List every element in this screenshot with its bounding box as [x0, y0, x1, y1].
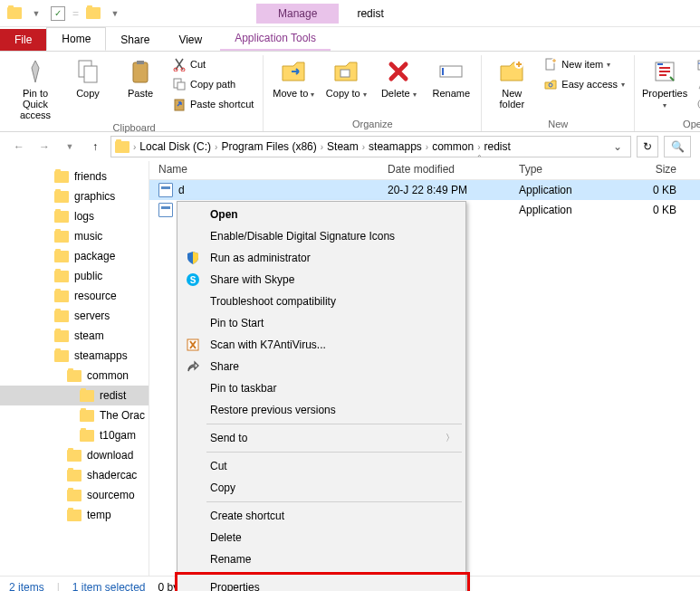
- tree-item-sourcemo[interactable]: sourcemo: [0, 485, 149, 505]
- tree-item-t10gam[interactable]: t10gam: [0, 425, 149, 445]
- paste-button[interactable]: Paste: [116, 55, 165, 100]
- column-size[interactable]: Size: [629, 163, 684, 176]
- navigation-tree[interactable]: friendsgraphicslogsmusicpackagepublicres…: [0, 161, 149, 576]
- ctx-share[interactable]: Share: [179, 356, 464, 377]
- column-type[interactable]: Type: [512, 163, 629, 176]
- ribbon: Pin to Quick access Copy Paste Cut Copy …: [0, 51, 700, 132]
- tree-item-common[interactable]: common: [0, 366, 149, 386]
- column-name[interactable]: Name: [149, 163, 380, 176]
- tree-item-friends[interactable]: friends: [0, 167, 149, 186]
- ctx-copy[interactable]: Copy: [179, 477, 464, 499]
- ctx-rename[interactable]: Rename: [179, 548, 464, 570]
- ctx-delete[interactable]: Delete: [179, 527, 464, 548]
- tree-item-label: music: [74, 230, 102, 243]
- file-size: 0 KB: [629, 184, 684, 196]
- edit-button[interactable]: Edit: [693, 75, 700, 93]
- context-menu: Open Enable/Disable Digital Signature Ic…: [177, 201, 466, 591]
- tree-item-shadercac[interactable]: shadercac: [0, 465, 149, 485]
- tree-item-temp[interactable]: temp: [0, 505, 149, 525]
- tree-item-steam[interactable]: steam: [0, 326, 149, 346]
- ctx-restore[interactable]: Restore previous versions: [179, 399, 464, 421]
- crumb-1[interactable]: Program Files (x86): [219, 140, 318, 153]
- folder-icon: [54, 231, 69, 243]
- tree-item-servers[interactable]: servers: [0, 306, 149, 326]
- file-date: 20-J 22 8:49 PM: [380, 184, 512, 196]
- tree-item-package[interactable]: package: [0, 246, 149, 266]
- ctx-k7-scan[interactable]: Scan with K7AntiVirus...: [179, 334, 464, 356]
- crumb-3[interactable]: steamapps: [367, 140, 424, 153]
- crumb-2[interactable]: Steam: [325, 140, 360, 153]
- tree-item-music[interactable]: music: [0, 226, 149, 246]
- ctx-properties[interactable]: Properties: [179, 577, 464, 591]
- folder-icon: [67, 490, 82, 501]
- tree-item-label: servers: [74, 310, 110, 322]
- address-dropdown[interactable]: ⌄: [609, 140, 627, 153]
- column-date[interactable]: Date modified: [380, 163, 512, 176]
- tree-item-public[interactable]: public: [0, 266, 149, 286]
- qat-checkbox-icon[interactable]: ✓: [51, 6, 65, 21]
- tab-view[interactable]: View: [164, 29, 216, 51]
- tree-item-steamapps[interactable]: steamapps: [0, 346, 149, 366]
- tree-item-redist[interactable]: redist: [0, 386, 149, 405]
- ctx-digital-signature[interactable]: Enable/Disable Digital Signature Icons: [179, 225, 464, 247]
- back-button[interactable]: ←: [9, 137, 29, 157]
- ctx-separator: [206, 452, 462, 453]
- history-button[interactable]: History: [693, 95, 700, 113]
- tree-item-label: package: [74, 250, 115, 262]
- new-item-button[interactable]: New item ▾: [540, 55, 628, 73]
- paste-shortcut-button[interactable]: Paste shortcut: [168, 95, 257, 113]
- copy-to-button[interactable]: Copy to ▾: [321, 55, 370, 102]
- ctx-separator: [206, 501, 462, 502]
- ctx-troubleshoot[interactable]: Troubleshoot compatibility: [179, 291, 464, 312]
- tab-file[interactable]: File: [0, 29, 46, 51]
- new-folder-button[interactable]: New folder: [487, 55, 536, 111]
- ctx-open[interactable]: Open: [179, 204, 464, 225]
- ctx-share-skype[interactable]: SShare with Skype: [179, 269, 464, 291]
- cut-button[interactable]: Cut: [168, 55, 257, 73]
- move-to-button[interactable]: Move to ▾: [269, 55, 318, 102]
- forward-button[interactable]: →: [34, 137, 54, 157]
- paste-shortcut-icon: [172, 97, 187, 111]
- tree-item-label: shadercac: [87, 469, 137, 481]
- folder-icon: [67, 510, 82, 521]
- crumb-0[interactable]: Local Disk (C:): [138, 140, 213, 153]
- tree-item-download[interactable]: download: [0, 445, 149, 465]
- tab-home[interactable]: Home: [46, 27, 106, 51]
- copy-path-button[interactable]: Copy path: [168, 75, 257, 93]
- qat-dropdown-2[interactable]: ▼: [108, 6, 122, 21]
- ctx-create-shortcut[interactable]: Create shortcut: [179, 505, 464, 527]
- tree-item-resource[interactable]: resource: [0, 286, 149, 306]
- open-button[interactable]: Open ▾: [693, 55, 700, 73]
- tab-share[interactable]: Share: [106, 29, 164, 51]
- file-row[interactable]: d20-J 22 8:49 PMApplication0 KB: [149, 180, 700, 200]
- group-label-clipboard: Clipboard: [113, 122, 156, 135]
- folder-icon: [80, 390, 94, 402]
- tree-item-graphics[interactable]: graphics: [0, 186, 149, 206]
- ctx-pin-start[interactable]: Pin to Start: [179, 312, 464, 334]
- pin-to-quick-access-button[interactable]: Pin to Quick access: [11, 55, 60, 122]
- properties-button[interactable]: Properties ▾: [640, 55, 689, 113]
- ctx-send-to[interactable]: Send to〉: [179, 427, 464, 449]
- group-label-open: Open: [683, 119, 700, 131]
- delete-button[interactable]: Delete ▾: [374, 55, 423, 102]
- qat-dropdown-1[interactable]: ▼: [29, 6, 43, 21]
- pin-icon: [21, 57, 50, 86]
- crumb-5[interactable]: redist: [483, 140, 513, 153]
- crumb-4[interactable]: common: [430, 140, 475, 153]
- recent-locations-button[interactable]: ▼: [60, 137, 80, 157]
- tree-item-label: graphics: [74, 190, 115, 203]
- contextual-tab-manage[interactable]: Manage: [256, 4, 339, 24]
- ctx-cut[interactable]: Cut: [179, 455, 464, 477]
- up-button[interactable]: ↑: [85, 137, 105, 157]
- tab-application-tools[interactable]: Application Tools: [220, 27, 331, 51]
- ctx-run-as-admin[interactable]: Run as administrator: [179, 247, 464, 269]
- tree-item-label: steam: [74, 329, 104, 342]
- ctx-pin-taskbar[interactable]: Pin to taskbar: [179, 377, 464, 399]
- tree-item-the-orac[interactable]: The Orac: [0, 405, 149, 425]
- status-selected: 1 item selected: [72, 581, 146, 592]
- rename-button[interactable]: Rename: [427, 55, 475, 100]
- tree-item-logs[interactable]: logs: [0, 206, 149, 226]
- copy-button[interactable]: Copy: [63, 55, 112, 100]
- ribbon-group-new: New folder New item ▾ Easy access ▾ New: [482, 55, 635, 131]
- easy-access-button[interactable]: Easy access ▾: [540, 75, 628, 93]
